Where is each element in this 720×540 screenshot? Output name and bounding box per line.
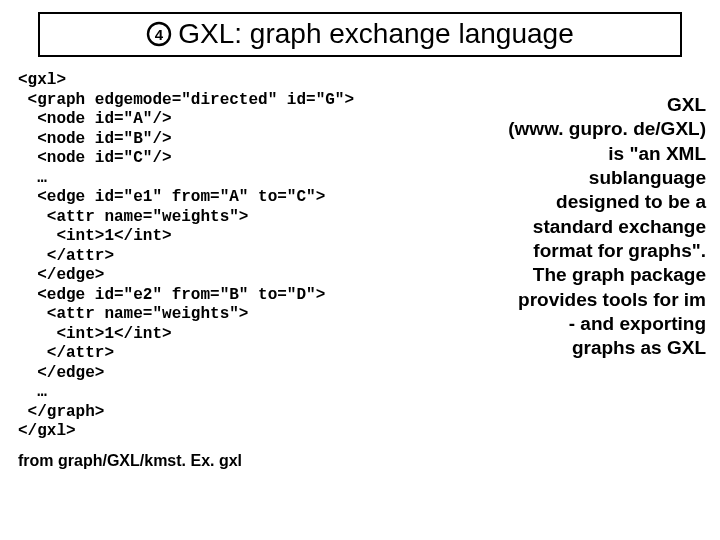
code-line: </graph> <box>18 403 702 423</box>
sidebar-line: - and exporting <box>488 312 706 336</box>
sidebar-line: provides tools for im <box>488 288 706 312</box>
sidebar-line: is "an XML <box>488 142 706 166</box>
circled-four-icon: 4 <box>146 21 172 47</box>
sidebar-line: standard exchange <box>488 215 706 239</box>
slide-title: GXL: graph exchange language <box>178 18 573 50</box>
content-area: <gxl> <graph edgemode="directed" id="G">… <box>0 71 720 470</box>
sidebar-line: (www. gupro. de/GXL) <box>488 117 706 141</box>
svg-text:4: 4 <box>155 26 164 43</box>
code-line: … <box>18 383 702 403</box>
sidebar-line: format for graphs". <box>488 239 706 263</box>
code-line: </gxl> <box>18 422 702 442</box>
title-box: 4 GXL: graph exchange language <box>38 12 682 57</box>
code-line: <gxl> <box>18 71 702 91</box>
code-line: </edge> <box>18 364 702 384</box>
sidebar-text: GXL(www. gupro. de/GXL)is "an XMLsublang… <box>488 93 706 360</box>
code-caption: from graph/GXL/kmst. Ex. gxl <box>18 452 702 470</box>
sidebar-line: designed to be a <box>488 190 706 214</box>
sidebar-line: The graph package <box>488 263 706 287</box>
sidebar-line: graphs as GXL <box>488 336 706 360</box>
title-row: 4 GXL: graph exchange language <box>146 18 573 50</box>
sidebar-line: GXL <box>488 93 706 117</box>
sidebar-line: sublanguage <box>488 166 706 190</box>
